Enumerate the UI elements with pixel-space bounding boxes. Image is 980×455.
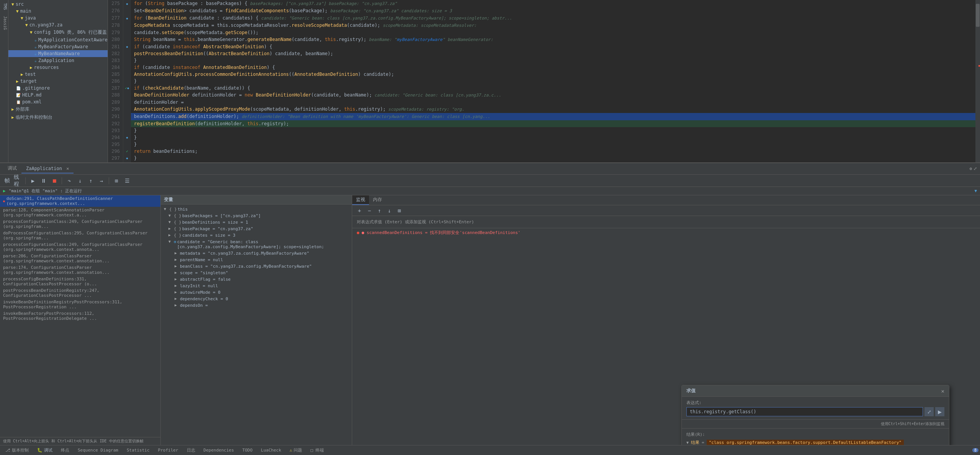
right-status: 8 xyxy=(972,448,978,452)
var-parentname[interactable]: ▶ parentName = null xyxy=(161,257,352,263)
step-over-btn[interactable]: ↷ xyxy=(65,177,74,185)
frame-item-3[interactable]: doProcessConfigurationClass:295, Configu… xyxy=(0,230,160,241)
var-dependencycheck[interactable]: ▶ dependencyCheck = 0 xyxy=(161,296,352,302)
frame-item-0[interactable]: ● doScan:291, ClassPathBeanDefinitionSca… xyxy=(0,195,160,207)
var-basepackages[interactable]: ▼ { } basePackages = ["cn.yang37.za"] xyxy=(161,213,352,219)
remove-watch-btn[interactable]: − xyxy=(365,206,374,215)
copy-watch-btn[interactable]: ⊞ xyxy=(395,206,403,215)
endpoint-btn[interactable]: 终点 xyxy=(57,447,73,454)
debug-content: ● doScan:291, ClassPathBeanDefinitionSca… xyxy=(0,195,980,445)
frame-item-6[interactable]: parse:174, ConfigurationClassParser (org… xyxy=(0,264,160,276)
resume-btn[interactable]: ▶ xyxy=(29,177,37,185)
evaluate-btn[interactable]: ⊞ xyxy=(112,177,121,185)
tab-watches[interactable]: 监视 xyxy=(352,195,369,205)
var-this[interactable]: ▼ { } this xyxy=(161,206,352,213)
step-into-btn[interactable]: ↓ xyxy=(76,177,84,185)
tree-item-pomxml[interactable]: 📋 pom.xml xyxy=(8,98,108,105)
frame-item-10[interactable]: invokeBeanFactoryPostProcessors:112, Pos… xyxy=(0,310,160,322)
right-scrollbar[interactable] xyxy=(975,0,980,162)
problems-btn[interactable]: ⚠ 问题 xyxy=(286,447,306,454)
tab-memory[interactable]: 内存 xyxy=(369,195,386,205)
tree-item-target[interactable]: ▶ target xyxy=(8,78,108,85)
tree-item-beanfactory[interactable]: ☕ MyBeanFactoryAware xyxy=(8,43,108,50)
services-tab[interactable]: JassiG xyxy=(0,13,8,33)
tab-zaapplication[interactable]: ZaApplication ✕ xyxy=(21,164,74,173)
luacheck-btn[interactable]: LuaCheck xyxy=(257,447,285,453)
settings-icon[interactable]: ⚙ xyxy=(969,166,972,171)
var-basepackage[interactable]: ▶ { } basePackage = "cn.yang37.za" xyxy=(161,226,352,232)
var-beanclass[interactable]: ▶ beanClass = "cn.yang37.za.config.MyBea… xyxy=(161,263,352,270)
tree-item-zaapp[interactable]: ☕ ZaApplication xyxy=(8,57,108,64)
var-lazyinit[interactable]: ▶ lazyInit = null xyxy=(161,283,352,289)
filter-btn[interactable]: ▼ xyxy=(974,188,977,193)
frame-method: doProcessConfigurationClass:295, Configu… xyxy=(3,231,157,241)
code-scroll[interactable]: 275 ◆ for (String basePackage : basePack… xyxy=(108,0,975,162)
tree-label: MyApplicationContextAware xyxy=(38,37,108,43)
run-to-cursor-btn[interactable]: → xyxy=(97,177,106,185)
tree-item-beannameaware[interactable]: ☕ MyBeanNameAware xyxy=(8,50,108,57)
line-gutter xyxy=(123,36,131,43)
tree-item-main[interactable]: ▼ main xyxy=(8,8,108,15)
var-metadata[interactable]: ▶ metadata = "cn.yang37.za.config.MyBean… xyxy=(161,250,352,257)
eval-hint: 使用Ctrl+Shift+Enter添加到监视 xyxy=(682,419,949,428)
add-watch-btn[interactable]: + xyxy=(355,206,364,215)
step-out-btn[interactable]: ↑ xyxy=(87,177,95,185)
frame-item-9[interactable]: invokeBeanDefinitionRegistryPostProcesso… xyxy=(0,299,160,310)
var-autowiremode[interactable]: ▶ autowireMode = 0 xyxy=(161,289,352,296)
eval-expression-input[interactable] xyxy=(686,407,923,416)
var-candidate[interactable]: ▼ ⊕ candidate = "Generic bean: class [cn… xyxy=(161,239,352,250)
tree-item-java[interactable]: ▼ java xyxy=(8,15,108,21)
todo-btn[interactable]: TODO xyxy=(238,447,256,453)
tree-item-helpmd[interactable]: 📝 HELP.md xyxy=(8,92,108,98)
tree-item-resources[interactable]: ▶ resources xyxy=(8,64,108,71)
terminal-btn[interactable]: □ 终端 xyxy=(307,447,328,454)
debug-tab-threads[interactable]: 线程 xyxy=(14,177,22,185)
tree-item-gitignore[interactable]: 📄 .gitignore xyxy=(8,85,108,92)
line-content: String beanName = this.beanNameGenerator… xyxy=(131,36,975,43)
frame-item-1[interactable]: parse:128, ComponentScanAnnotationParser… xyxy=(0,207,160,218)
line-gutter: ◆ xyxy=(123,0,131,7)
statistic-btn[interactable]: Statistic xyxy=(123,447,154,453)
tree-item-src[interactable]: ▼ src xyxy=(8,1,108,8)
frame-item-4[interactable]: processConfigurationClass:249, Configura… xyxy=(0,241,160,253)
frame-item-7[interactable]: processConfigBeanDefinitions:331, Config… xyxy=(0,276,160,287)
var-beandefinitions[interactable]: ▼ { } beanDefinitions = size = 1 xyxy=(161,219,352,226)
line-number: 281 xyxy=(108,43,123,50)
debug-tab-frames[interactable]: 帧 xyxy=(3,177,11,185)
frame-method: processConfigurationClass:249, Configura… xyxy=(3,219,157,229)
down-watch-btn[interactable]: ↓ xyxy=(385,206,394,215)
tms-tab[interactable]: TMS xyxy=(0,0,8,13)
tab-close-btn[interactable]: ✕ xyxy=(66,166,69,171)
profiler-btn[interactable]: Profiler xyxy=(154,447,182,453)
tree-item-config[interactable]: ▼ config 100% 类, 86% 行已覆盖 xyxy=(8,28,108,36)
tree-item-scratch[interactable]: ▶ 临时文件和控制台 xyxy=(8,113,108,121)
eval-run-btn[interactable]: ▶ xyxy=(935,407,944,416)
tree-item-test[interactable]: ▶ test xyxy=(8,71,108,78)
frame-item-8[interactable]: postProcessBeanDefinitionRegistry:247, C… xyxy=(0,287,160,299)
tree-item-package[interactable]: ▼ cn.yang37.za xyxy=(8,21,108,28)
tree-item-appcontext[interactable]: ☕ MyApplicationContextAware xyxy=(8,36,108,43)
var-dependson[interactable]: ▶ dependsOn = xyxy=(161,302,352,309)
dependencies-btn[interactable]: Dependencies xyxy=(200,447,238,453)
var-scope[interactable]: ▶ scope = "singleton" xyxy=(161,270,352,276)
more-btn[interactable]: ☰ xyxy=(123,177,131,185)
tab-debug[interactable]: 调试 xyxy=(3,164,21,174)
var-abstractflag[interactable]: ▶ abstractFlag = false xyxy=(161,276,352,283)
tree-item-external-libs[interactable]: ▶ 外部库 xyxy=(8,105,108,113)
up-watch-btn[interactable]: ↑ xyxy=(375,206,384,215)
debug-tool-btn[interactable]: 🐛 调试 xyxy=(33,447,56,454)
log-btn[interactable]: 日志 xyxy=(183,447,199,454)
stop-btn[interactable]: ⏹ xyxy=(50,177,59,185)
code-line-282: 282 postProcessBeanDefinition((AbstractB… xyxy=(108,50,975,57)
eval-close-btn[interactable]: ✕ xyxy=(941,388,944,394)
frame-item-5[interactable]: parse:206, ConfigurationClassParser (org… xyxy=(0,253,160,264)
tab-label: ZaApplication xyxy=(26,166,62,171)
expand-icon[interactable]: ⤢ xyxy=(973,166,977,171)
frame-item-2[interactable]: processConfigurationClass:249, Configura… xyxy=(0,218,160,230)
version-control-btn[interactable]: ⎇ 版本控制 xyxy=(2,447,33,454)
var-candidates[interactable]: ▶ { } candidates = size = 3 xyxy=(161,232,352,239)
scrollbar-thumb[interactable] xyxy=(976,4,980,27)
eval-expand-btn[interactable]: ⤢ xyxy=(924,407,934,416)
sequence-diagram-btn[interactable]: Sequence Diagram xyxy=(74,447,122,453)
pause-btn[interactable]: ⏸ xyxy=(39,177,48,185)
